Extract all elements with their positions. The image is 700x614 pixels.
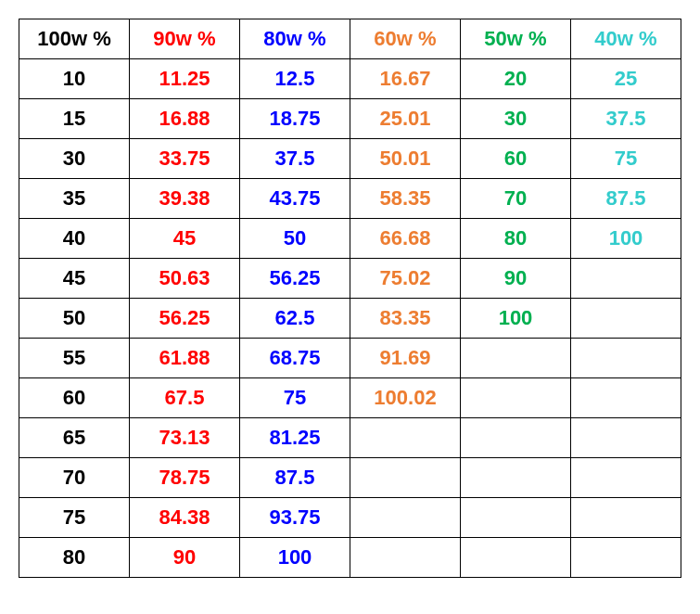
cell: 30 [461,99,571,139]
cell: 30 [19,139,130,179]
cell [461,458,571,498]
table-row: 35 39.38 43.75 58.35 70 87.5 [19,179,681,219]
col-header-100w: 100w % [19,19,130,59]
cell [571,418,681,458]
cell: 67.5 [130,378,240,418]
cell [571,339,681,378]
cell: 87.5 [571,179,681,219]
cell: 39.38 [130,179,240,219]
cell [571,458,681,498]
cell [461,418,571,458]
cell: 91.69 [350,339,461,378]
table-row: 65 73.13 81.25 [19,418,681,458]
cell [461,538,571,578]
table-header-row: 100w % 90w % 80w % 60w % 50w % 40w % [19,19,681,59]
cell: 60 [19,378,130,418]
cell [571,259,681,299]
cell: 60 [461,139,571,179]
cell: 43.75 [240,179,350,219]
cell: 56.25 [130,299,240,339]
cell [350,498,461,538]
cell: 66.68 [350,219,461,259]
cell [571,538,681,578]
table-row: 75 84.38 93.75 [19,498,681,538]
cell [571,299,681,339]
cell: 90 [461,259,571,299]
cell: 58.35 [350,179,461,219]
cell: 35 [19,179,130,219]
cell: 75 [19,498,130,538]
table-row: 60 67.5 75 100.02 [19,378,681,418]
table-row: 80 90 100 [19,538,681,578]
cell: 37.5 [571,99,681,139]
cell: 16.67 [350,59,461,99]
cell: 50 [240,219,350,259]
cell: 81.25 [240,418,350,458]
cell: 73.13 [130,418,240,458]
cell: 100 [240,538,350,578]
cell: 12.5 [240,59,350,99]
table-row: 10 11.25 12.5 16.67 20 25 [19,59,681,99]
cell: 55 [19,339,130,378]
cell: 62.5 [240,299,350,339]
table-row: 55 61.88 68.75 91.69 [19,339,681,378]
cell [571,498,681,538]
cell: 68.75 [240,339,350,378]
cell: 10 [19,59,130,99]
cell: 15 [19,99,130,139]
cell: 50 [19,299,130,339]
cell: 70 [19,458,130,498]
table-body: 10 11.25 12.5 16.67 20 25 15 16.88 18.75… [19,59,681,578]
cell [350,538,461,578]
cell: 61.88 [130,339,240,378]
cell: 45 [130,219,240,259]
cell: 75 [571,139,681,179]
cell: 84.38 [130,498,240,538]
cell: 40 [19,219,130,259]
table-row: 45 50.63 56.25 75.02 90 [19,259,681,299]
cell: 100 [571,219,681,259]
cell: 100.02 [350,378,461,418]
col-header-60w: 60w % [350,19,461,59]
cell [461,378,571,418]
table-row: 70 78.75 87.5 [19,458,681,498]
table-row: 30 33.75 37.5 50.01 60 75 [19,139,681,179]
cell: 56.25 [240,259,350,299]
cell: 16.88 [130,99,240,139]
table-row: 50 56.25 62.5 83.35 100 [19,299,681,339]
table-row: 15 16.88 18.75 25.01 30 37.5 [19,99,681,139]
cell: 75 [240,378,350,418]
cell: 87.5 [240,458,350,498]
cell: 25 [571,59,681,99]
cell [461,498,571,538]
cell: 93.75 [240,498,350,538]
cell: 20 [461,59,571,99]
cell [461,339,571,378]
col-header-50w: 50w % [461,19,571,59]
cell: 45 [19,259,130,299]
cell: 50.01 [350,139,461,179]
cell: 37.5 [240,139,350,179]
cell: 70 [461,179,571,219]
col-header-80w: 80w % [240,19,350,59]
cell: 18.75 [240,99,350,139]
cell: 33.75 [130,139,240,179]
cell [350,458,461,498]
cell [571,378,681,418]
cell: 90 [130,538,240,578]
cell: 25.01 [350,99,461,139]
cell: 65 [19,418,130,458]
cell [350,418,461,458]
cell: 80 [19,538,130,578]
percentage-table: 100w % 90w % 80w % 60w % 50w % 40w % 10 … [19,19,681,578]
col-header-40w: 40w % [571,19,681,59]
cell: 50.63 [130,259,240,299]
cell: 11.25 [130,59,240,99]
cell: 78.75 [130,458,240,498]
cell: 83.35 [350,299,461,339]
cell: 80 [461,219,571,259]
cell: 100 [461,299,571,339]
cell: 75.02 [350,259,461,299]
table-row: 40 45 50 66.68 80 100 [19,219,681,259]
col-header-90w: 90w % [130,19,240,59]
